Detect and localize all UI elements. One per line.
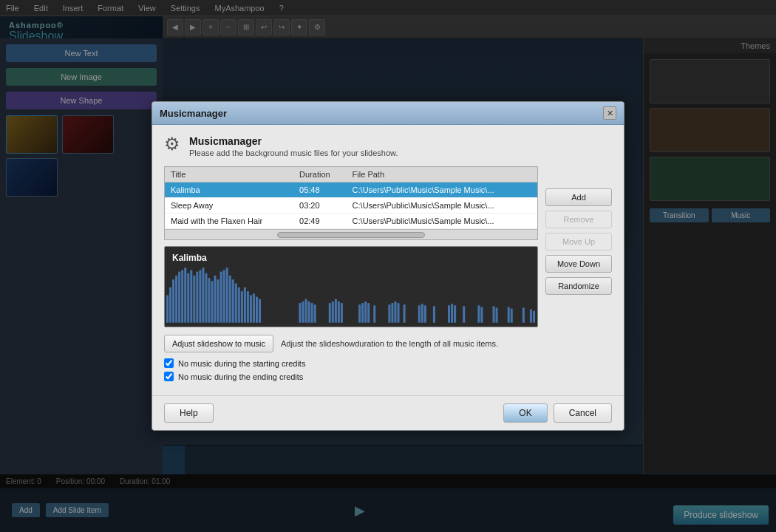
no-music-start-label[interactable]: No music during the starting credits — [178, 359, 305, 368]
svg-rect-26 — [244, 287, 246, 323]
move-up-btn[interactable]: Move Up — [545, 233, 612, 250]
row-title: Maid with the Flaxen Hair — [165, 214, 293, 229]
no-music-end-label[interactable]: No music during the ending credits — [178, 372, 303, 381]
svg-rect-0 — [166, 296, 169, 323]
row-title: Kalimba — [165, 183, 293, 198]
adjust-slideshow-btn[interactable]: Adjust slideshow to music — [164, 335, 273, 352]
dialog-body: ⚙ Musicmanager Please add the background… — [152, 125, 624, 395]
svg-rect-37 — [314, 304, 316, 322]
svg-rect-28 — [250, 296, 252, 323]
modal-overlay: Musicmanager ✕ ⚙ Musicmanager Please add… — [0, 0, 776, 532]
svg-rect-7 — [187, 273, 189, 323]
row-path: C:\Users\Public\Music\Sample Music\... — [347, 198, 537, 214]
dialog-close-btn[interactable]: ✕ — [603, 106, 616, 120]
svg-rect-18 — [220, 272, 222, 323]
svg-rect-43 — [358, 304, 361, 322]
svg-rect-17 — [217, 279, 219, 322]
remove-music-btn[interactable]: Remove — [545, 211, 612, 228]
svg-rect-65 — [508, 307, 510, 322]
dialog-desc: Please add the background music files fo… — [189, 149, 398, 157]
svg-rect-60 — [463, 306, 465, 322]
svg-rect-38 — [329, 303, 331, 323]
dialog-title: Musicmanager — [160, 108, 227, 119]
svg-rect-47 — [373, 305, 375, 322]
gear-icon: ⚙ — [164, 135, 180, 153]
svg-rect-33 — [302, 301, 304, 323]
svg-rect-56 — [433, 306, 435, 322]
svg-rect-14 — [208, 278, 210, 323]
svg-rect-57 — [448, 305, 450, 322]
add-music-btn[interactable]: Add — [545, 188, 612, 206]
svg-rect-55 — [424, 305, 426, 322]
dialog-header-text: Musicmanager Please add the background m… — [189, 135, 398, 157]
svg-rect-53 — [418, 305, 421, 322]
checkbox-row-1: No music during the starting credits — [164, 358, 538, 368]
svg-rect-48 — [388, 304, 390, 322]
svg-rect-30 — [256, 297, 258, 323]
table-scrollbar[interactable] — [165, 229, 537, 239]
svg-rect-41 — [338, 301, 340, 323]
help-btn[interactable]: Help — [164, 403, 214, 423]
svg-rect-54 — [421, 304, 423, 323]
table-row[interactable]: Sleep Away 03:20 C:\Users\Public\Music\S… — [165, 198, 537, 214]
svg-rect-8 — [190, 270, 192, 323]
dialog-footer: Help OK Cancel — [152, 395, 624, 430]
row-path: C:\Users\Public\Music\Sample Music\... — [347, 183, 537, 198]
cancel-btn[interactable]: Cancel — [554, 403, 612, 423]
svg-rect-44 — [361, 303, 364, 323]
randomize-btn[interactable]: Randomize — [545, 277, 612, 295]
waveform-svg — [165, 264, 537, 327]
svg-rect-27 — [247, 291, 249, 323]
svg-rect-23 — [235, 284, 237, 323]
svg-rect-1 — [169, 287, 171, 323]
dialog-titlebar: Musicmanager ✕ — [152, 102, 624, 125]
no-music-start-checkbox[interactable] — [164, 358, 174, 368]
dialog-content: Title Duration File Path Kalimba 05:48 — [164, 166, 612, 385]
no-music-end-checkbox[interactable] — [164, 372, 174, 381]
svg-rect-4 — [178, 272, 180, 323]
svg-rect-32 — [299, 303, 301, 323]
svg-rect-25 — [241, 291, 243, 323]
svg-rect-68 — [530, 310, 532, 323]
table-scroll[interactable]: Title Duration File Path Kalimba 05:48 — [165, 167, 537, 229]
svg-rect-67 — [523, 308, 525, 323]
svg-rect-21 — [229, 276, 231, 323]
svg-rect-10 — [196, 272, 198, 323]
table-row[interactable]: Kalimba 05:48 C:\Users\Public\Music\Samp… — [165, 183, 537, 198]
footer-right-btns: OK Cancel — [503, 403, 612, 423]
svg-rect-69 — [533, 311, 535, 323]
ok-btn[interactable]: OK — [503, 403, 547, 423]
svg-rect-31 — [259, 299, 261, 323]
svg-rect-29 — [253, 293, 255, 322]
side-buttons: Add Remove Move Up Move Down Randomize — [545, 166, 612, 385]
svg-rect-62 — [480, 307, 483, 322]
table-row[interactable]: Maid with the Flaxen Hair 02:49 C:\Users… — [165, 214, 537, 229]
music-table: Title Duration File Path Kalimba 05:48 — [165, 167, 537, 229]
col-filepath: File Path — [347, 167, 537, 183]
svg-rect-6 — [184, 267, 186, 322]
scrollbar-thumb[interactable] — [277, 232, 425, 238]
svg-rect-11 — [199, 270, 201, 323]
svg-rect-22 — [232, 279, 234, 322]
svg-rect-20 — [226, 267, 228, 322]
svg-rect-61 — [477, 305, 480, 322]
col-title: Title — [165, 167, 293, 183]
svg-rect-36 — [311, 303, 313, 323]
svg-rect-24 — [238, 287, 240, 323]
adjust-desc: Adjust the slideshowduration to the leng… — [281, 339, 498, 348]
svg-rect-64 — [496, 308, 498, 323]
move-down-btn[interactable]: Move Down — [545, 255, 612, 273]
svg-rect-49 — [391, 303, 393, 323]
dialog-header: ⚙ Musicmanager Please add the background… — [164, 135, 612, 157]
svg-rect-66 — [511, 309, 513, 323]
svg-rect-42 — [341, 303, 343, 323]
dialog-heading: Musicmanager — [189, 135, 398, 147]
svg-rect-46 — [367, 303, 370, 323]
checkbox-row-2: No music during the ending credits — [164, 372, 538, 381]
svg-rect-3 — [175, 276, 177, 323]
svg-rect-13 — [205, 273, 207, 323]
col-duration: Duration — [293, 167, 347, 183]
svg-rect-16 — [214, 276, 217, 323]
row-duration: 02:49 — [293, 214, 347, 229]
dialog-main: Title Duration File Path Kalimba 05:48 — [164, 166, 538, 385]
